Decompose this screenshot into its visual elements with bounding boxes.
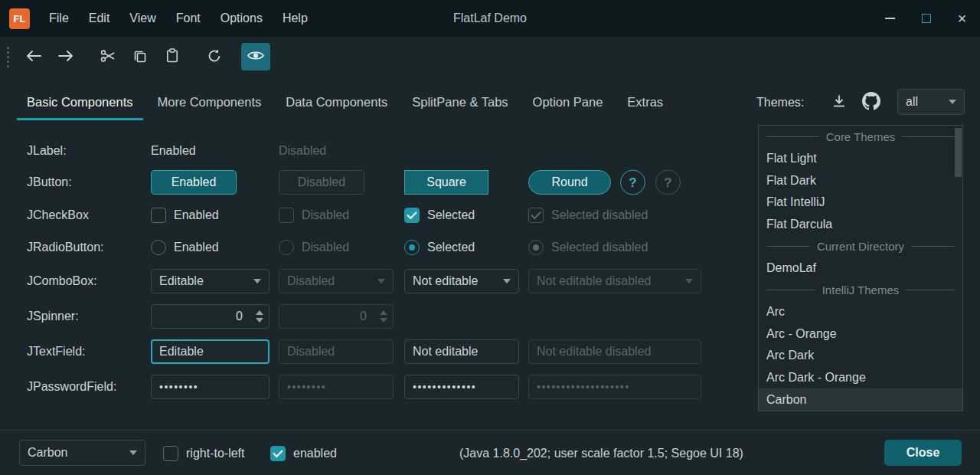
chevron-down-icon — [685, 279, 693, 283]
enabled-checkbox[interactable]: enabled — [270, 431, 337, 475]
toolbar-grip[interactable] — [7, 47, 9, 67]
combobox-not-editable[interactable]: Not editable — [404, 269, 519, 293]
theme-item-flat-light[interactable]: Flat Light — [759, 148, 962, 170]
combobox-disabled: Disabled — [279, 269, 394, 293]
titlebar: FL File Edit View Font Options Help Flat… — [0, 0, 980, 37]
textfield-value: Not editable — [413, 345, 478, 359]
combobox-value: Disabled — [287, 274, 335, 288]
theme-filter-combobox[interactable]: all — [897, 89, 965, 115]
jcheckbox-row-label: JCheckBox — [27, 208, 89, 222]
radio-selected-icon — [528, 240, 544, 255]
statusbar-theme-combobox[interactable]: Carbon — [19, 440, 145, 466]
github-icon — [862, 92, 880, 113]
passwordfield-not-editable[interactable]: ••••••••••••• — [404, 375, 519, 399]
themes-label: Themes: — [756, 84, 804, 120]
radio-enabled[interactable]: Enabled — [151, 240, 219, 255]
tab-option-pane[interactable]: Option Pane — [521, 84, 616, 120]
theme-item-arc-dark-orange[interactable]: Arc Dark - Orange — [759, 367, 962, 389]
textfield-disabled: Disabled — [279, 339, 394, 364]
maximize-icon — [922, 14, 931, 23]
forward-button[interactable] — [51, 43, 80, 70]
chevron-down-icon — [377, 279, 385, 283]
minimize-button[interactable] — [872, 0, 908, 37]
github-button[interactable] — [858, 88, 885, 116]
jlabel-row-label: JLabel: — [27, 144, 67, 158]
theme-item-demolaf[interactable]: DemoLaf — [759, 257, 962, 280]
jspinner-row: JSpinner: 0 0 — [0, 303, 739, 330]
textfield-value: Editable — [159, 345, 204, 359]
menu-help[interactable]: Help — [273, 0, 318, 37]
refresh-button[interactable] — [200, 43, 229, 70]
tab-extras[interactable]: Extras — [615, 84, 675, 120]
scissors-icon — [100, 49, 116, 65]
download-themes-button[interactable] — [825, 88, 853, 116]
tab-data-components[interactable]: Data Components — [273, 84, 400, 120]
textfield-not-editable[interactable]: Not editable — [404, 339, 519, 364]
copy-button[interactable] — [126, 43, 155, 70]
spinner-enabled[interactable]: 0 — [151, 304, 270, 329]
checkbox-label: Enabled — [174, 208, 219, 222]
theme-list-scrollbar-thumb[interactable] — [955, 128, 962, 177]
eye-icon — [247, 50, 264, 64]
menu-font[interactable]: Font — [166, 0, 211, 37]
toolbar — [0, 37, 980, 77]
clipboard-icon — [166, 48, 178, 65]
menu-view[interactable]: View — [119, 0, 165, 37]
jlabel-row: JLabel: Enabled Disabled — [0, 136, 739, 165]
theme-item-flat-darcula[interactable]: Flat Darcula — [759, 213, 962, 235]
theme-item-arc-orange[interactable]: Arc - Orange — [759, 323, 962, 345]
theme-item-arc-dark[interactable]: Arc Dark — [759, 345, 962, 367]
spinner-up-icon[interactable] — [256, 310, 263, 315]
checkbox-icon — [163, 446, 178, 461]
minimize-icon — [885, 18, 895, 19]
chevron-down-icon — [253, 279, 261, 283]
jcheckbox-row: JCheckBox Enabled Disabled Selected Sele… — [0, 201, 739, 229]
spinner-down-icon[interactable] — [256, 318, 263, 323]
enabled-button[interactable]: Enabled — [151, 170, 237, 195]
checkbox-enabled[interactable]: Enabled — [151, 208, 219, 223]
menu-file[interactable]: File — [39, 0, 79, 37]
spinner-arrows[interactable] — [250, 305, 269, 328]
theme-item-flat-dark[interactable]: Flat Dark — [759, 169, 962, 192]
back-button[interactable] — [19, 43, 48, 70]
maximize-button[interactable] — [908, 0, 944, 37]
show-hidden-toggle-button[interactable] — [241, 43, 270, 70]
spinner-value: 0 — [279, 305, 374, 328]
textfield-editable[interactable]: Editable — [151, 339, 270, 364]
close-button[interactable]: Close — [884, 440, 962, 466]
checkbox-checked-icon — [270, 446, 286, 461]
tab-basic-components[interactable]: Basic Components — [15, 84, 145, 120]
combobox-value: Not editable disabled — [537, 274, 651, 288]
combobox-value: Editable — [159, 274, 204, 288]
cut-button[interactable] — [93, 43, 122, 70]
round-button[interactable]: Round — [528, 170, 611, 195]
spinner-up-icon — [380, 310, 387, 315]
jradiobutton-row-label: JRadioButton: — [27, 241, 104, 254]
theme-item-arc[interactable]: Arc — [759, 301, 962, 323]
checkbox-selected[interactable]: Selected — [404, 208, 475, 223]
square-button[interactable]: Square — [404, 170, 488, 195]
close-window-button[interactable]: × — [944, 0, 980, 37]
menu-edit[interactable]: Edit — [79, 0, 120, 37]
checkbox-label: Selected — [427, 208, 475, 222]
theme-item-carbon[interactable]: Carbon — [759, 388, 962, 411]
passwordfield-not-editable-disabled: ••••••••••••••••••• — [528, 375, 701, 399]
menubar: File Edit View Font Options Help — [39, 0, 318, 37]
tab-bar: Basic Components More Components Data Co… — [15, 84, 675, 120]
tab-splitpane-tabs[interactable]: SplitPane & Tabs — [400, 84, 520, 120]
combobox-editable[interactable]: Editable — [151, 269, 270, 293]
passwordfield-enabled[interactable]: •••••••• — [151, 375, 270, 399]
theme-item-flat-intellij[interactable]: Flat IntelliJ — [759, 192, 962, 214]
right-to-left-checkbox[interactable]: right-to-left — [163, 431, 244, 475]
jbutton-row-label: JButton: — [27, 175, 72, 189]
radio-selected-disabled: Selected disabled — [528, 240, 648, 255]
theme-list: Core Themes Flat Light Flat Dark Flat In… — [758, 125, 963, 411]
jpasswordfield-row-label: JPasswordField: — [27, 380, 116, 394]
spinner-down-icon — [380, 318, 387, 323]
help-button[interactable]: ? — [620, 170, 645, 195]
radio-selected[interactable]: Selected — [404, 240, 475, 255]
tab-more-components[interactable]: More Components — [145, 84, 274, 120]
paste-button[interactable] — [158, 43, 187, 70]
menu-options[interactable]: Options — [211, 0, 273, 37]
theme-list-separator: Current Directory — [759, 235, 962, 257]
